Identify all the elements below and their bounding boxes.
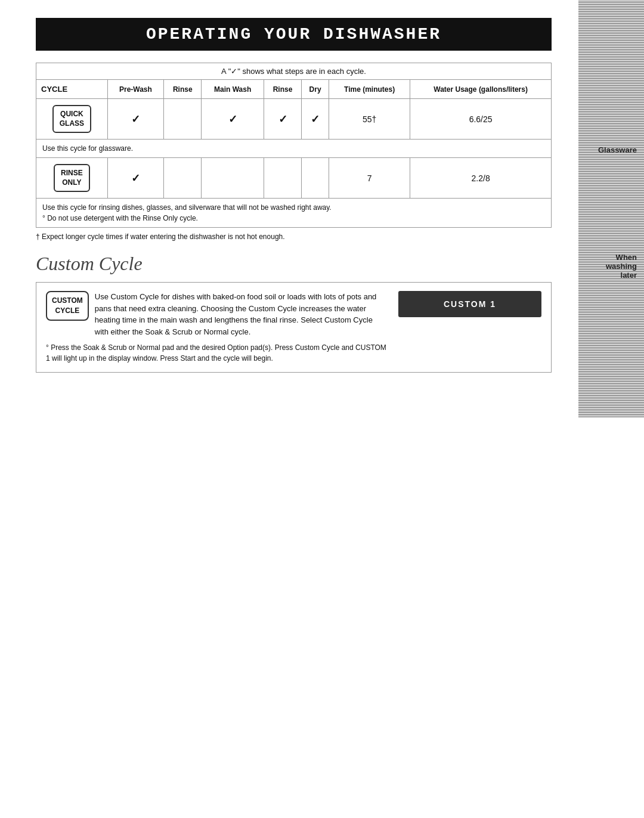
- col-water: Water Usage (gallons/liters): [410, 80, 552, 99]
- rinse-only-badge: RINSE ONLY: [54, 164, 90, 192]
- col-time: Time (minutes): [329, 80, 410, 99]
- rinse-only-dry: [302, 158, 329, 199]
- rinse-only-notes: Use this cycle for rinsing dishes, glass…: [36, 199, 552, 228]
- quick-glass-rinse2: ✓: [264, 99, 301, 140]
- table-row: RINSE ONLY ✓ 7 2.2/8: [36, 158, 552, 199]
- title-bar: Operating Your Dishwasher: [36, 18, 552, 51]
- rinse-only-prewash: ✓: [107, 158, 163, 199]
- custom-cycle-box: CUSTOM CYCLE Use Custom Cycle for dishes…: [36, 282, 552, 373]
- table-header-note: A "✓" shows what steps are in each cycle…: [36, 63, 552, 80]
- rinse-only-note-row: Use this cycle for rinsing dishes, glass…: [36, 199, 552, 228]
- quick-glass-note-row: Use this cycle for glassware.: [36, 140, 552, 158]
- col-cycle: CYCLE: [36, 80, 108, 99]
- custom-display: CUSTOM 1: [398, 291, 541, 317]
- sidebar-when-label: When washing later: [586, 250, 639, 282]
- quick-glass-mainwash: ✓: [202, 99, 264, 140]
- custom-cycle-title: Custom Cycle: [36, 253, 552, 275]
- col-rinse1: Rinse: [164, 80, 202, 99]
- quick-glass-rinse1: [164, 99, 202, 140]
- rinse-only-water: 2.2/8: [410, 158, 552, 199]
- col-dry: Dry: [302, 80, 329, 99]
- sidebar-glassware-label: Glassware: [586, 143, 639, 157]
- quick-glass-prewash: ✓: [107, 99, 163, 140]
- custom-cycle-left: CUSTOM CYCLE Use Custom Cycle for dishes…: [46, 291, 386, 364]
- custom-cycle-display-area: CUSTOM 1: [398, 291, 541, 317]
- custom-cycle-badge: CUSTOM CYCLE: [46, 291, 89, 321]
- quick-glass-time: 55†: [329, 99, 410, 140]
- col-prewash: Pre-Wash: [107, 80, 163, 99]
- custom-cycle-top: CUSTOM CYCLE Use Custom Cycle for dishes…: [46, 291, 386, 337]
- rinse-only-rinse1: [164, 158, 202, 199]
- col-mainwash: Main Wash: [202, 80, 264, 99]
- rinse-only-rinse2: [264, 158, 301, 199]
- cycle-label-quick-glass: QUICK GLASS: [36, 99, 108, 140]
- quick-glass-water: 6.6/25: [410, 99, 552, 140]
- custom-badge-wrap: CUSTOM CYCLE: [46, 291, 89, 321]
- quick-glass-badge: QUICK GLASS: [52, 105, 91, 133]
- rinse-only-note-2: ° Do not use detergent with the Rinse On…: [42, 214, 545, 222]
- quick-glass-note: Use this cycle for glassware.: [36, 140, 552, 158]
- rinse-only-time: 7: [329, 158, 410, 199]
- cycle-label-rinse-only: RINSE ONLY: [36, 158, 108, 199]
- col-rinse2: Rinse: [264, 80, 301, 99]
- page-content: Operating Your Dishwasher A "✓" shows wh…: [0, 0, 575, 396]
- right-sidebar: Glassware When washing later: [578, 0, 644, 417]
- footnote: † Expect longer cycle times if water ent…: [36, 233, 552, 241]
- table-row: QUICK GLASS ✓ ✓ ✓ ✓ 55† 6.6/25: [36, 99, 552, 140]
- custom-cycle-bullet: Press the Soak & Scrub or Normal pad and…: [46, 342, 386, 364]
- rinse-only-note-1: Use this cycle for rinsing dishes, glass…: [42, 203, 545, 212]
- custom-cycle-desc: Use Custom Cycle for dishes with baked-o…: [95, 291, 386, 337]
- page-title: Operating Your Dishwasher: [48, 25, 540, 44]
- rinse-only-mainwash: [202, 158, 264, 199]
- cycle-table: A "✓" shows what steps are in each cycle…: [36, 63, 552, 228]
- quick-glass-dry: ✓: [302, 99, 329, 140]
